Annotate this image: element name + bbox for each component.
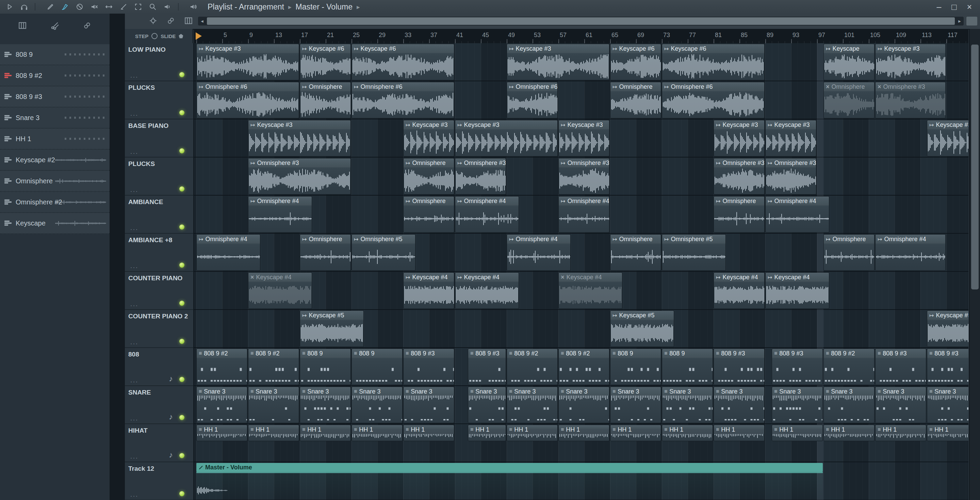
track-header[interactable]: AMBIANCE... (125, 195, 193, 234)
disable-icon[interactable] (75, 2, 85, 12)
audio-clip[interactable]: ↦Omnisphere (714, 196, 765, 233)
pattern-list-item[interactable]: 808 9 #3 (0, 86, 110, 108)
audio-clip[interactable]: ↦Omnisphere (610, 234, 661, 271)
track-options-dots[interactable]: ... (130, 453, 138, 460)
track-enable-led[interactable] (179, 224, 185, 230)
playlist-grid[interactable]: ↦Keyscape #3↦Keyscape #6↦Keyscape #6↦Key… (194, 43, 969, 500)
pattern-list-item[interactable]: Omnisphere #2 (0, 192, 110, 213)
pan-arrows-icon[interactable] (104, 2, 114, 12)
audio-clip[interactable]: ↦Omnisphere (824, 234, 875, 271)
audio-clip[interactable]: ↦Keyscape #3 (714, 120, 765, 156)
track-enable-led[interactable] (179, 263, 185, 268)
pattern-clip[interactable]: ≡Snare 3 (772, 387, 823, 423)
audio-clip[interactable]: ↦Omnisphere (403, 158, 454, 195)
audio-clip[interactable]: ↦Omnisphere (300, 82, 351, 118)
pattern-clip[interactable]: ≡808 9 (610, 349, 661, 385)
audio-clip[interactable]: ×Keyscape #4 (558, 273, 622, 309)
pattern-clip[interactable]: ≡Snare 3 (714, 387, 765, 423)
track-header[interactable]: PLUCKS... (125, 81, 193, 119)
audio-clip[interactable]: ↦Omnisphere #6 (507, 82, 558, 118)
volume-speaker-icon[interactable] (189, 2, 199, 12)
pattern-clip[interactable]: ≡Snare 3 (875, 387, 926, 423)
swing-note-icon[interactable]: ♪ (169, 374, 173, 383)
pattern-clip[interactable]: ≡HH 1 (507, 425, 558, 441)
scroll-left-arrow[interactable]: ◂ (198, 17, 206, 25)
slide-toggle[interactable] (179, 34, 183, 38)
pattern-clip[interactable]: ≡HH 1 (352, 425, 402, 441)
track-options-dots[interactable]: ... (130, 72, 138, 79)
playhead-marker[interactable] (196, 32, 202, 40)
slide-label[interactable]: SLIDE (161, 33, 176, 39)
pattern-list-item[interactable]: HH 1 (0, 129, 110, 150)
track-options-dots[interactable]: ... (130, 263, 138, 270)
pattern-clip[interactable]: ≡808 9 (352, 349, 402, 385)
pattern-list-item[interactable]: Snare 3 (0, 108, 110, 129)
audio-clip[interactable]: ↦Keyscape #4 (403, 273, 454, 309)
pattern-clip[interactable]: ≡Snare 3 (403, 387, 454, 423)
audio-clip[interactable]: ↦Keyscape #5 (927, 311, 969, 347)
maximize-button[interactable]: □ (951, 2, 956, 12)
pattern-clip[interactable]: ≡808 9 (662, 349, 713, 385)
vertical-scrollbar[interactable] (969, 29, 980, 500)
audio-clip[interactable]: ↦Omnisphere #4 (507, 234, 571, 271)
close-button[interactable]: × (967, 2, 972, 12)
pattern-clip[interactable]: ≡Snare 3 (507, 387, 558, 423)
pattern-list-item[interactable]: Keyscape #2 (0, 150, 110, 171)
track-enable-led[interactable] (179, 453, 185, 458)
pattern-clip[interactable]: ≡HH 1 (610, 425, 661, 441)
picker-knobs-icon[interactable] (50, 21, 60, 31)
audio-clip[interactable]: ↦Omnisphere (610, 82, 661, 118)
track-enable-led[interactable] (179, 110, 185, 115)
mute-speaker-icon[interactable] (89, 2, 99, 12)
audio-clip[interactable]: ↦Omnisphere (300, 234, 351, 271)
audio-clip[interactable]: ↦Keyscape #3 (927, 120, 969, 156)
audio-clip[interactable]: ↦Omnisphere #3 (714, 158, 765, 195)
track-enable-led[interactable] (179, 186, 185, 192)
pattern-clip[interactable]: ≡Snare 3 (248, 387, 299, 423)
audio-clip[interactable]: ↦Keyscape (824, 44, 875, 80)
track-options-dots[interactable]: ... (130, 491, 138, 498)
link-icon[interactable] (166, 16, 175, 27)
pattern-clip[interactable]: ≡808 9 #2 (507, 349, 558, 385)
audio-clip[interactable]: ↦Omnisphere #5 (662, 234, 726, 271)
audio-clip[interactable] (196, 482, 228, 498)
pattern-clip[interactable]: ≡HH 1 (468, 425, 506, 441)
pencil-icon[interactable] (45, 2, 56, 12)
track-header[interactable]: Track 12... (125, 462, 193, 500)
pattern-clip[interactable]: ≡HH 1 (875, 425, 926, 441)
audio-clip[interactable]: ↦Keyscape #5 (300, 311, 364, 347)
audio-clip[interactable]: ×Omnisphere (824, 82, 875, 118)
target-icon[interactable] (149, 16, 158, 27)
audio-clip[interactable]: ↦Omnisphere #5 (352, 234, 415, 271)
audio-clip[interactable]: ↦Omnisphere #3 (455, 158, 506, 195)
audio-clip[interactable]: ↦Keyscape #5 (610, 311, 674, 347)
audio-clip[interactable]: ↦Keyscape #3 (558, 120, 609, 156)
audio-clip[interactable]: ↦Omnisphere #3 (765, 158, 816, 195)
pattern-clip[interactable]: ≡Snare 3 (824, 387, 875, 423)
pattern-clip[interactable]: ≡808 9 #2 (196, 349, 247, 385)
pattern-grid-icon[interactable] (18, 21, 27, 31)
pattern-clip[interactable]: ≡Snare 3 (196, 387, 247, 423)
track-enable-led[interactable] (179, 148, 185, 153)
horizontal-scrollbar-thumb[interactable] (207, 17, 955, 25)
audio-clip[interactable]: ↦Keyscape #3 (507, 44, 609, 80)
audio-clip[interactable]: ×Omnisphere #3 (875, 82, 946, 118)
pattern-clip[interactable]: ≡Snare 3 (558, 387, 609, 423)
track-options-dots[interactable]: ... (130, 377, 138, 384)
pattern-clip[interactable]: ≡808 9 #3 (403, 349, 454, 385)
audio-clip[interactable]: ↦Omnisphere #6 (352, 82, 454, 118)
track-enable-led[interactable] (179, 301, 185, 306)
pattern-clip[interactable]: ≡808 9 #3 (772, 349, 823, 385)
track-header[interactable]: 808...♪ (125, 348, 193, 386)
audio-clip[interactable]: ↦Omnisphere #4 (248, 196, 312, 233)
audio-clip[interactable]: ↦Omnisphere #4 (875, 234, 946, 271)
audio-clip[interactable]: ↦Omnisphere #4 (455, 196, 519, 233)
audio-clip[interactable]: ↦Omnisphere #3 (248, 158, 351, 195)
audio-clip[interactable]: ↦Keyscape #4 (455, 273, 519, 309)
timeline-ruler[interactable]: 5913172125293337414549535761656973778185… (194, 29, 969, 43)
slice-icon[interactable] (118, 2, 129, 12)
pattern-clip[interactable]: ≡HH 1 (662, 425, 713, 441)
pattern-clip[interactable]: ≡808 9 #2 (824, 349, 875, 385)
audio-clip[interactable]: ↦Omnisphere #6 (196, 82, 299, 118)
track-options-dots[interactable]: ... (130, 148, 138, 156)
